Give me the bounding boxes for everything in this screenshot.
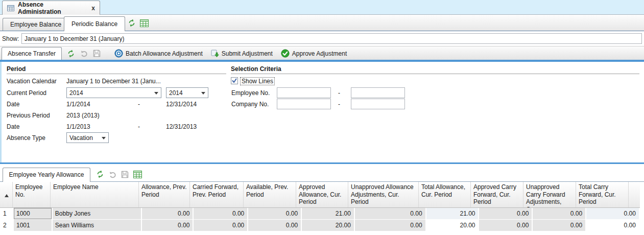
col-header-approved-allowance-cur[interactable]: Approved Allowance, Cur. Period (296, 182, 348, 207)
cell-unapproved-carry-forward-adj[interactable]: 0.00 (533, 220, 585, 231)
submit-arrow-icon (211, 50, 219, 58)
vacation-calendar-value: January 1 to December 31 (Janu... (66, 78, 161, 85)
undo-icon[interactable] (80, 50, 88, 57)
previous-period-label: Previous Period (7, 112, 50, 119)
cell-total-carry-forward[interactable]: 0.00 (586, 208, 639, 219)
row-number: 1 (0, 208, 13, 219)
previous-date-from: 1/1/2013 (66, 123, 90, 130)
col-header-total-carry-forward[interactable]: Total Carry Forward, Cur. Period (576, 182, 629, 207)
refresh-icon[interactable] (67, 50, 75, 58)
cell-employee-no[interactable]: 1001 (14, 220, 52, 231)
cell-approved-carry-forward[interactable]: 0.00 (479, 220, 532, 231)
tab-periodic-balance[interactable]: Periodic Balance (64, 16, 125, 31)
show-lines-label[interactable]: Show Lines (240, 77, 275, 85)
window-tab-absence-administration[interactable]: Absence Administration x (2, 1, 100, 15)
chevron-down-icon (201, 92, 205, 95)
col-header-approved-carry-forward[interactable]: Approved Carry Forward, Cur. Period (471, 182, 523, 207)
cell-employee-no[interactable]: 1000 (14, 208, 52, 219)
show-lines-checkbox[interactable] (231, 77, 238, 84)
vacation-calendar-label: Vacation Calendar (7, 78, 57, 85)
cell-employee-name[interactable]: Bobby Jones (53, 208, 141, 219)
col-header-unapproved-allowance-adj[interactable]: Unapproved Allowance Adjustments, Cur. P… (348, 182, 419, 207)
cell-unapproved-carry-forward-adj[interactable]: 0.00 (533, 208, 585, 219)
col-header-carried-forward-prev[interactable]: Carried Forward, Prev. Period (190, 182, 244, 207)
current-period-label: Current Period (7, 89, 46, 97)
grid-view-icon[interactable] (133, 171, 142, 178)
selection-criteria-heading: Selection Criteria (231, 65, 281, 73)
submit-adjustment-button[interactable]: Submit Adjustment (209, 48, 274, 60)
tab-absence-transfer[interactable]: Absence Transfer (2, 47, 62, 60)
company-no-label: Company No. (231, 101, 269, 108)
cell-total-allowance-cur[interactable]: 21.00 (426, 208, 479, 219)
cell-carried-forward-prev[interactable]: 0.00 (194, 220, 247, 231)
cell-available-prev[interactable]: 0.00 (248, 220, 301, 231)
absence-type-select[interactable]: Vacation (66, 132, 109, 143)
sort-column-header[interactable] (0, 182, 13, 207)
cell-approved-carry-forward[interactable]: 0.00 (479, 208, 532, 219)
company-no-dash: - (338, 101, 340, 108)
show-period-input[interactable] (21, 33, 642, 44)
period-rule (7, 74, 226, 74)
cell-allowance-prev[interactable]: 0.00 (142, 208, 193, 219)
col-header-employee-name[interactable]: Employee Name (51, 182, 139, 207)
current-period-value: 2014 (69, 89, 83, 97)
current-period-year2-select[interactable]: 2014 (166, 87, 208, 98)
col-header-allowance-prev[interactable]: Allowance, Prev. Period (139, 182, 190, 207)
employee-no-dash: - (338, 89, 340, 97)
show-filter-bar: Show: (0, 31, 644, 46)
approve-adjustment-button[interactable]: Approve Adjustment (279, 48, 348, 60)
window-tab-title: Absence Administration (18, 1, 88, 15)
cell-total-carry-forward[interactable]: 0.00 (586, 220, 639, 231)
close-icon[interactable]: x (91, 5, 95, 12)
selection-criteria-rule (231, 74, 639, 74)
col-header-total-allowance-cur[interactable]: Total Allowance, Cur. Period (419, 182, 471, 207)
employee-no-from-input[interactable] (277, 87, 331, 98)
refresh-icon[interactable] (96, 170, 104, 178)
absence-type-label: Absence Type (7, 134, 45, 142)
company-no-to-input[interactable] (351, 99, 405, 109)
current-period-select[interactable]: 2014 (66, 87, 161, 98)
table-window-icon (7, 5, 14, 11)
batch-allowance-adjustment-label: Batch Allowance Adjustment (126, 50, 203, 57)
refresh-icon[interactable] (128, 19, 136, 27)
current-date-dash: - (138, 101, 140, 108)
approve-adjustment-label: Approve Adjustment (292, 50, 347, 57)
allowance-grid-header: Employee No. Employee Name Allowance, Pr… (0, 182, 640, 208)
balance-tab-strip: Employee Balance Periodic Balance (0, 15, 644, 31)
current-date-label: Date (7, 101, 19, 108)
cell-unapproved-allowance-adj[interactable]: 0.00 (355, 208, 425, 219)
tab-employee-balance[interactable]: Employee Balance (3, 18, 69, 31)
employee-no-to-input[interactable] (351, 87, 405, 98)
chevron-down-icon (102, 137, 106, 139)
allowance-tab-strip: Employee Yearly Allowance (0, 165, 644, 182)
cell-carried-forward-prev[interactable]: 0.00 (194, 208, 247, 219)
cell-total-allowance-cur[interactable]: 20.00 (426, 220, 479, 231)
grid-view-icon[interactable] (140, 19, 149, 27)
tab-employee-yearly-allowance[interactable]: Employee Yearly Allowance (3, 168, 90, 182)
allowance-grid-body: 1 1000 Bobby Jones 0.00 0.00 0.00 21.00 … (0, 208, 640, 231)
company-no-from-input[interactable] (277, 99, 331, 109)
submit-adjustment-label: Submit Adjustment (222, 50, 273, 57)
table-row[interactable]: 2 1001 Sean Williams 0.00 0.00 0.00 20.0… (0, 220, 640, 231)
batch-allowance-adjustment-button[interactable]: Batch Allowance Adjustment (113, 48, 204, 60)
save-icon[interactable] (93, 50, 101, 57)
undo-icon[interactable] (109, 171, 116, 178)
cell-available-prev[interactable]: 0.00 (248, 208, 301, 219)
cell-unapproved-allowance-adj[interactable]: 0.00 (355, 220, 425, 231)
col-header-employee-no[interactable]: Employee No. (13, 182, 51, 207)
cell-employee-name[interactable]: Sean Williams (53, 220, 141, 231)
cell-approved-allowance-cur[interactable]: 21.00 (302, 208, 354, 219)
cell-approved-allowance-cur[interactable]: 20.00 (302, 220, 354, 231)
col-header-available-prev[interactable]: Available, Prev. Period (244, 182, 296, 207)
current-period-year2-value: 2014 (169, 89, 183, 97)
table-row[interactable]: 1 1000 Bobby Jones 0.00 0.00 0.00 21.00 … (0, 208, 640, 219)
approve-check-icon (281, 49, 290, 58)
window-tab-strip: Absence Administration x (0, 0, 644, 15)
save-icon[interactable] (121, 171, 129, 178)
employee-no-label: Employee No. (231, 89, 270, 97)
previous-period-value: 2013 (2013) (66, 112, 100, 119)
cell-allowance-prev[interactable]: 0.00 (142, 220, 193, 231)
current-date-to: 12/31/2014 (166, 101, 197, 108)
show-label: Show: (2, 35, 19, 42)
col-header-unapproved-carry-forward-adj[interactable]: Unapproved Carry Forward Adjustments, Cu… (523, 182, 576, 207)
